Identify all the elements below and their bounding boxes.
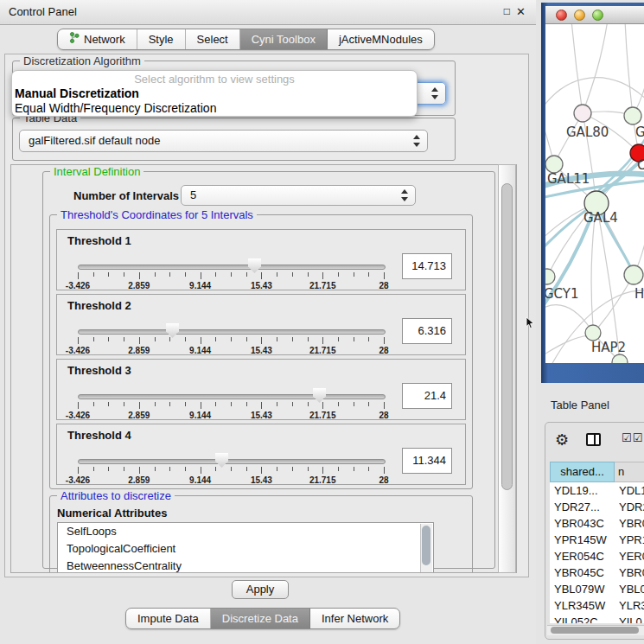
- combo-arrows-icon: [431, 87, 439, 99]
- threshold-1-slider[interactable]: -3.426 2.859 9.144 15.43 21.715 28: [78, 258, 384, 290]
- threshold-4-value-field[interactable]: 11.344: [402, 448, 452, 474]
- list-item[interactable]: TopologicalCoefficient: [58, 540, 433, 558]
- tab-style[interactable]: Style: [137, 29, 186, 49]
- cell[interactable]: YPR1: [615, 532, 644, 548]
- slider-tick: [155, 272, 156, 277]
- zoom-traffic-light-icon[interactable]: [592, 10, 603, 21]
- node-top-right[interactable]: [624, 107, 641, 124]
- network-canvas[interactable]: GAL80 GA C GAL11 GAL4 GCY1 H HAP2: [545, 24, 644, 363]
- number-of-intervals-combobox[interactable]: 5: [181, 185, 416, 206]
- checkbox-icon[interactable]: ☑: [622, 431, 633, 444]
- threshold-2-value-field[interactable]: 6.316: [402, 318, 452, 344]
- split-columns-icon[interactable]: [586, 433, 601, 446]
- list-item[interactable]: SelfLoops: [58, 523, 433, 540]
- cell[interactable]: YDR2: [615, 499, 644, 515]
- tab-discretize-data[interactable]: Discretize Data: [211, 609, 310, 628]
- table-row[interactable]: YLR345WYLR3: [550, 597, 644, 614]
- table-row[interactable]: YBR045CYBR0: [550, 564, 644, 581]
- table-rows: YDL19...YDL1 YDR27...YDR2 YBR043CYBR0 YP…: [550, 482, 644, 623]
- slider-tick: [261, 272, 262, 279]
- threshold-4-slider[interactable]: -3.426 2.859 9.144 15.43 21.715 28: [78, 452, 384, 485]
- threshold-1-slider-thumb[interactable]: [248, 258, 261, 273]
- cell[interactable]: YDL19...: [550, 482, 615, 499]
- gear-icon[interactable]: ⚙: [555, 431, 569, 449]
- slider-tick: [169, 337, 170, 341]
- cell[interactable]: YDR27...: [550, 499, 615, 515]
- table-row[interactable]: YDR27...YDR2: [550, 499, 644, 515]
- table-row[interactable]: YDL19...YDL1: [550, 482, 644, 499]
- tab-infer-network[interactable]: Infer Network: [310, 609, 399, 628]
- threshold-1-slider-track[interactable]: [78, 265, 386, 270]
- slider-tick: [124, 467, 124, 471]
- cell[interactable]: YBL079W: [550, 581, 615, 597]
- column-header-shared[interactable]: shared...: [550, 462, 615, 482]
- threshold-3-slider-thumb[interactable]: [313, 388, 326, 403]
- float-window-icon[interactable]: □: [504, 5, 510, 18]
- slider-tick: [292, 402, 293, 406]
- table-row[interactable]: YBR043CYBR0: [550, 515, 644, 532]
- tab-select[interactable]: Select: [186, 29, 240, 49]
- threshold-1-value-field[interactable]: 14.713: [402, 253, 452, 279]
- node-hap2[interactable]: [585, 325, 601, 341]
- tab-impute-data[interactable]: Impute Data: [126, 609, 211, 628]
- cell[interactable]: YPR145W: [550, 532, 615, 548]
- scrollbar-thumb[interactable]: [551, 627, 639, 634]
- slider-tick: [292, 467, 293, 471]
- threshold-3-slider-track[interactable]: [78, 394, 386, 399]
- checkbox-icons[interactable]: ☑☑: [622, 431, 643, 444]
- threshold-3-value-field[interactable]: 21.4: [402, 383, 452, 409]
- column-header-name[interactable]: n: [615, 462, 644, 482]
- node-gal80[interactable]: [574, 105, 591, 122]
- tab-infer-network-label: Infer Network: [322, 609, 388, 628]
- table-row[interactable]: YER054CYER0: [550, 548, 644, 564]
- slider-tick: [78, 272, 79, 279]
- attributes-list-scrollbar[interactable]: [420, 524, 432, 573]
- cell[interactable]: YER0: [615, 548, 644, 564]
- cell[interactable]: YDL1: [615, 482, 644, 499]
- table-row[interactable]: YIL052CYIL0: [550, 614, 644, 623]
- threshold-2-slider[interactable]: -3.426 2.859 9.144 15.43 21.715 28: [78, 322, 384, 355]
- cell[interactable]: YIL0: [615, 614, 644, 623]
- apply-button[interactable]: Apply: [232, 580, 289, 599]
- table-row[interactable]: YPR145WYPR1: [550, 532, 644, 548]
- tab-jactivemnodules[interactable]: jActiveMNodules: [328, 29, 434, 49]
- slider-tick: [93, 337, 94, 341]
- table-horizontal-scrollbar[interactable]: [547, 625, 644, 635]
- slider-tick: [185, 337, 186, 341]
- node-right-mid[interactable]: [624, 265, 643, 284]
- threshold-4-slider-track[interactable]: [78, 459, 386, 464]
- cell[interactable]: YLR345W: [550, 597, 615, 614]
- cell[interactable]: YBR0: [615, 564, 644, 581]
- table-row[interactable]: YBL079WYBL0: [550, 581, 644, 597]
- settings-vertical-scrollbar[interactable]: [498, 164, 516, 573]
- tick-label: 21.715: [309, 346, 336, 355]
- tab-cyni-toolbox[interactable]: Cyni Toolbox: [240, 29, 328, 49]
- cell[interactable]: YIL052C: [550, 614, 615, 623]
- minimize-traffic-light-icon[interactable]: [574, 10, 585, 21]
- table-data-combobox[interactable]: galFiltered.sif default node: [19, 130, 428, 152]
- scrollbar-thumb[interactable]: [501, 183, 513, 490]
- slider-tick: [277, 272, 277, 277]
- node-gal11[interactable]: [545, 156, 563, 173]
- cell[interactable]: YBR043C: [550, 515, 615, 532]
- algorithm-option-manual[interactable]: Manual Discretization: [12, 86, 417, 101]
- cell[interactable]: YBR0: [615, 515, 644, 532]
- cell[interactable]: YBR045C: [550, 564, 615, 581]
- checkbox-icon[interactable]: ☑: [633, 431, 644, 444]
- cell[interactable]: YBL0: [615, 581, 644, 597]
- slider-tick: [384, 402, 385, 409]
- list-item[interactable]: BetweennessCentrality: [58, 558, 433, 573]
- threshold-2-slider-track[interactable]: [78, 329, 386, 335]
- algorithm-option-equal-width[interactable]: Equal Width/Frequency Discretization: [12, 101, 417, 116]
- close-window-icon[interactable]: ✕: [516, 5, 526, 18]
- node-gcy1[interactable]: [545, 269, 555, 284]
- threshold-4-slider-thumb[interactable]: [215, 453, 228, 468]
- threshold-2-slider-thumb[interactable]: [166, 323, 179, 338]
- threshold-3-slider[interactable]: -3.426 2.859 9.144 15.43 21.715 28: [78, 387, 384, 420]
- cell[interactable]: YER054C: [550, 548, 615, 564]
- cell[interactable]: YLR3: [615, 597, 644, 614]
- close-traffic-light-icon[interactable]: [556, 10, 567, 21]
- algorithm-dropdown-hint[interactable]: Select algorithm to view settings: [12, 72, 417, 86]
- scrollbar-thumb[interactable]: [422, 526, 430, 565]
- tab-network[interactable]: Network: [58, 29, 137, 49]
